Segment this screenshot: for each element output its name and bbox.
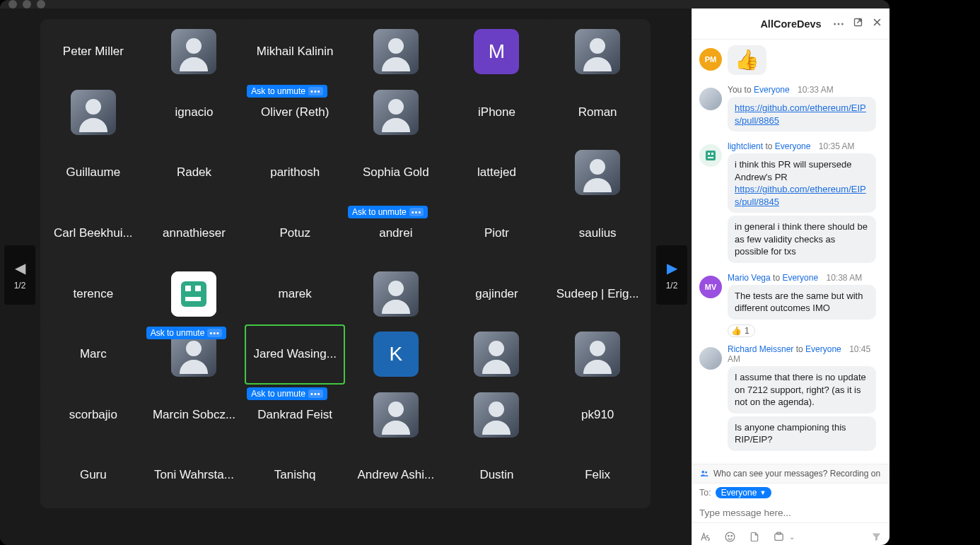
participant-tile[interactable]: Mikhail Kalinin	[245, 22, 345, 82]
more-icon[interactable]: •••	[207, 329, 222, 337]
participant-avatar: M	[474, 29, 519, 74]
participant-tile[interactable]	[346, 83, 446, 143]
participant-name: ignacio	[175, 105, 214, 119]
toolbar-chevron-down-icon[interactable]: ⌄	[789, 533, 795, 541]
participant-tile[interactable]: ignacio	[144, 83, 245, 143]
participant-tile[interactable]	[144, 22, 245, 82]
chat-recipient-row: To: Everyone▼	[692, 483, 889, 502]
participant-tile[interactable]: Toni Wahrsta...	[144, 445, 245, 505]
participant-tile[interactable]: Ask to unmute•••Oliver (Reth)	[245, 83, 345, 143]
participant-avatar	[71, 90, 116, 135]
message-bubble: The tests are the same but with differen…	[728, 285, 876, 320]
ask-unmute-badge[interactable]: Ask to unmute•••	[146, 327, 226, 339]
participant-name: Radek	[177, 165, 211, 180]
svg-point-26	[388, 402, 404, 417]
participant-tile[interactable]: lattejed	[447, 143, 547, 203]
more-icon[interactable]: ⋯	[833, 17, 844, 30]
participant-tile[interactable]: K	[346, 324, 446, 385]
reaction[interactable]: 👍 1	[728, 324, 755, 337]
grid-prev-button[interactable]: ◀ 1/2	[4, 245, 35, 305]
recipient-pill[interactable]: Everyone▼	[716, 487, 772, 498]
participant-tile[interactable]	[547, 324, 648, 385]
participant-tile[interactable]: Andrew Ashi...	[346, 445, 446, 505]
chat-input-row	[692, 502, 889, 522]
chat-title: AllCoreDevs	[760, 18, 821, 30]
participant-tile[interactable]: Guru	[43, 445, 144, 505]
participant-tile[interactable]: gajinder	[447, 264, 547, 324]
participant-tile[interactable]: iPhone	[447, 83, 547, 143]
participant-name: marek	[279, 287, 312, 301]
traffic-max[interactable]	[37, 0, 45, 8]
participant-tile[interactable]: Marc	[43, 324, 144, 385]
participant-tile[interactable]: parithosh	[245, 143, 345, 203]
participant-tile[interactable]: Ask to unmute•••Dankrad Feist	[245, 385, 345, 445]
ask-unmute-badge[interactable]: Ask to unmute•••	[247, 387, 327, 400]
participant-tile[interactable]: scorbajio	[43, 385, 144, 445]
participant-tile[interactable]: Guillaume	[43, 143, 144, 203]
participant-tile[interactable]: Ask to unmute•••	[144, 324, 245, 385]
participant-tile[interactable]	[547, 143, 648, 203]
participant-tile[interactable]: Peter Miller	[43, 22, 144, 82]
participant-tile[interactable]: Piotr	[447, 204, 547, 264]
link[interactable]: https://github.com/ethereum/EIPs/pull/88…	[735, 102, 866, 126]
participant-tile[interactable]: marek	[245, 264, 345, 324]
participant-tile[interactable]	[447, 385, 547, 445]
more-icon[interactable]: •••	[308, 389, 323, 398]
attach-icon[interactable]	[749, 531, 760, 543]
avatar: PM	[699, 48, 722, 71]
traffic-close[interactable]	[8, 0, 17, 8]
link[interactable]: https://github.com/ethereum/EIPs/pull/88…	[735, 184, 866, 207]
participant-name: terence	[73, 287, 113, 301]
chat-header: AllCoreDevs ⋯	[692, 8, 889, 40]
participant-tile[interactable]: Jared Wasing...	[245, 324, 345, 385]
popout-icon[interactable]	[853, 17, 863, 30]
participant-tile[interactable]: Sudeep | Erig...	[547, 264, 648, 324]
more-icon[interactable]: •••	[308, 87, 323, 95]
participant-name: scorbajio	[69, 408, 117, 422]
emoji-icon[interactable]	[724, 531, 736, 543]
chat-message: MV Mario Vega to Everyone 10:38 AM The t…	[699, 273, 882, 337]
chat-messages[interactable]: PM 👍 You to Everyone 10:33	[692, 40, 889, 464]
participant-tile[interactable]: annathieser	[144, 204, 245, 264]
ask-unmute-badge[interactable]: Ask to unmute•••	[247, 85, 327, 98]
message-bubble: I assume that there is no update on 7212…	[728, 366, 876, 414]
chat-toolbar: ⌄	[692, 522, 889, 545]
grid-next-button[interactable]: ▶ 1/2	[656, 245, 687, 305]
participant-tile[interactable]: Roman	[547, 83, 648, 143]
screenshot-icon[interactable]	[773, 531, 785, 543]
participant-tile[interactable]: saulius	[547, 204, 648, 264]
participant-tile[interactable]: Potuz	[245, 204, 345, 264]
close-icon[interactable]	[872, 17, 882, 30]
participant-tile[interactable]	[346, 385, 446, 445]
send-filter-icon[interactable]	[870, 531, 882, 543]
participant-tile[interactable]	[547, 22, 648, 82]
more-icon[interactable]: •••	[409, 208, 424, 216]
participant-tile[interactable]: terence	[43, 264, 144, 324]
participant-tile[interactable]: Marcin Sobcz...	[144, 385, 245, 445]
ask-unmute-badge[interactable]: Ask to unmute•••	[348, 206, 428, 218]
traffic-min[interactable]	[23, 0, 31, 8]
page-indicator-right: 1/2	[666, 281, 678, 291]
chat-privacy-notice[interactable]: Who can see your messages? Recording on	[692, 464, 889, 483]
participant-tile[interactable]: pk910	[547, 385, 648, 445]
participant-tile[interactable]	[346, 264, 446, 324]
participant-tile[interactable]: Tanishq	[245, 445, 345, 505]
participant-tile[interactable]: Dustin	[447, 445, 547, 505]
participant-avatar	[373, 392, 419, 438]
participant-tile[interactable]	[346, 22, 446, 82]
participant-tile[interactable]: Felix	[547, 445, 648, 505]
format-icon[interactable]	[699, 531, 711, 543]
svg-point-36	[725, 532, 735, 541]
participant-tile[interactable]: M	[447, 22, 547, 82]
svg-point-38	[731, 535, 732, 536]
svg-point-7	[86, 99, 101, 115]
participant-avatar	[373, 29, 419, 74]
message-input[interactable]	[699, 505, 882, 521]
participant-tile[interactable]	[43, 83, 144, 143]
participant-tile[interactable]: Carl Beekhui...	[43, 204, 144, 264]
participant-tile[interactable]	[447, 324, 547, 385]
participant-tile[interactable]	[144, 264, 245, 324]
participant-tile[interactable]: Sophia Gold	[346, 143, 446, 203]
participant-tile[interactable]: Radek	[144, 143, 245, 203]
participant-tile[interactable]: Ask to unmute•••andrei	[346, 204, 446, 264]
